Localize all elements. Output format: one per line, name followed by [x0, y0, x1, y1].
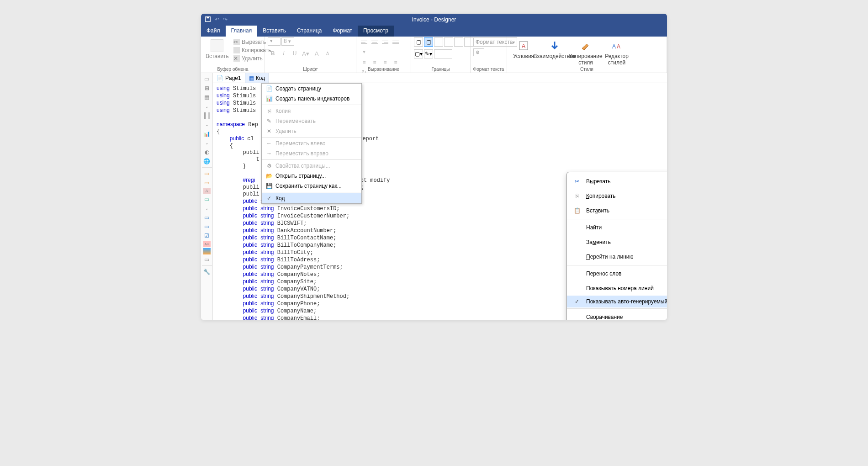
font-size-dropdown[interactable]: 8 ▾ [281, 37, 294, 46]
copy-icon [233, 47, 240, 53]
menu-delete: ✕Удалить [262, 126, 361, 136]
svg-text:A: A [612, 43, 616, 50]
toolbox-grad-icon[interactable] [203, 248, 211, 254]
ctx-wrap-label: Перенос слов [586, 270, 667, 277]
toolbox-band-icon[interactable]: ▭ [202, 75, 212, 83]
menu-code[interactable]: ✓Код [262, 193, 361, 203]
styles-group-label: Стили [507, 67, 667, 72]
align-left-button[interactable] [359, 37, 369, 47]
border-style-button[interactable] [434, 49, 452, 58]
redo-icon[interactable]: ↷ [223, 16, 228, 23]
border-all-button[interactable]: ▢ [414, 37, 423, 47]
conditions-icon: A [517, 39, 530, 52]
toolbox-gauge-icon[interactable]: ◐ [202, 148, 212, 156]
border-none-button[interactable]: ▢ [424, 37, 433, 47]
toolbox-separator [202, 167, 212, 168]
svg-text:A: A [522, 43, 525, 49]
save-icon[interactable] [205, 16, 211, 24]
brush-icon [579, 39, 592, 52]
tab-view[interactable]: Просмотр [358, 26, 394, 37]
font-shrink-button[interactable]: A [323, 48, 333, 58]
editor-tabs: 📄Page1 ▦Код [213, 73, 667, 83]
ctx-copy[interactable]: ⎘Копировать [567, 189, 667, 203]
toolbox-cross-icon[interactable]: ⊞ [202, 84, 212, 92]
tab-format[interactable]: Формат [327, 26, 358, 37]
tab-page[interactable]: Страница [291, 26, 327, 37]
ctx-show-auto[interactable]: ✓Показывать авто-генерируемый код [567, 296, 667, 307]
tab-context-menu: 📄Создать страницу 📊Создать панель индика… [261, 83, 362, 204]
copy-style-button[interactable]: Копирование стиля [572, 39, 599, 66]
paste-button[interactable]: Вставить [204, 37, 231, 61]
right-icon: → [265, 150, 273, 157]
menu-new-page[interactable]: 📄Создать страницу [262, 84, 361, 94]
toolbox-globe-icon[interactable]: 🌐 [202, 157, 212, 165]
valign-mid-button[interactable]: ≡ [370, 58, 380, 67]
editor-tab-page1[interactable]: 📄Page1 [213, 73, 245, 83]
toolbox-sub-icon[interactable]: A= [203, 241, 211, 247]
toolbox-tools-icon[interactable]: 🔧 [202, 268, 212, 276]
ctx-show-lines[interactable]: Показывать номера линий [567, 281, 667, 296]
toolbox-table-icon[interactable]: ▦ [202, 93, 212, 101]
ctx-goto-label: Перейти на линию [586, 254, 667, 260]
underline-button[interactable]: U [290, 48, 300, 58]
font-family-dropdown[interactable]: ▾ [268, 37, 281, 46]
menu-open-page[interactable]: 📂Открыть страницу... [262, 171, 361, 181]
menu-page-props: ⚙Свойства страницы... [262, 161, 361, 171]
line-spacing-button[interactable]: ≡ [391, 58, 401, 67]
ctx-wrap[interactable]: Перенос слов [567, 266, 667, 281]
align-justify-button[interactable] [391, 37, 401, 47]
ctx-copy-label: Копировать [586, 193, 667, 199]
valign-bot-button[interactable]: ≡ [380, 58, 390, 67]
props-icon: ⚙ [265, 162, 273, 169]
tab-insert[interactable]: Вставить [257, 26, 291, 37]
fill-color-button[interactable]: ▢▾ [414, 49, 423, 58]
border-top-button[interactable] [444, 37, 453, 47]
toolbox-empty-icon[interactable]: ▭ [202, 255, 212, 264]
border-color-button[interactable]: ✎▾ [424, 49, 433, 58]
toolbox-checkbox-icon[interactable]: ☑ [202, 232, 212, 240]
code-icon: ▦ [249, 75, 254, 81]
toolbox-image-icon[interactable]: ▭ [202, 195, 212, 203]
paste-icon: 📋 [572, 206, 582, 215]
undo-icon[interactable]: ↶ [215, 16, 219, 23]
interaction-button[interactable]: Взаимодействие [541, 39, 568, 59]
ctx-replace[interactable]: ЗаменитьCtrl+H [567, 235, 667, 249]
page-icon: 📄 [265, 85, 273, 92]
toolbox-panel-icon[interactable]: ▭ [202, 213, 212, 222]
toolbox-chevron-icon: ⌄ [202, 102, 212, 111]
editor-tab-code[interactable]: ▦Код [245, 73, 269, 83]
ctx-cut[interactable]: ✂Вырезать [567, 174, 667, 189]
text-format-sub-button[interactable]: ⚙ [473, 48, 484, 56]
border-right-button[interactable] [454, 37, 463, 47]
ctx-folding[interactable]: Сворачивание› [567, 310, 667, 320]
ctx-find[interactable]: Найти [567, 220, 667, 235]
toolbox-rect-icon[interactable]: ▭ [202, 169, 212, 178]
menu-new-dashboard[interactable]: 📊Создать панель индикаторов [262, 94, 361, 104]
toolbox-richtext-icon[interactable]: A [203, 188, 211, 194]
left-icon: ← [265, 140, 273, 147]
scissors-icon: ✂ [233, 39, 240, 45]
valign-top-button[interactable]: ≡ [359, 58, 369, 67]
bold-button[interactable]: B [268, 48, 278, 58]
ctx-paste[interactable]: 📋Вставить [567, 203, 667, 218]
align-extra-button[interactable]: ▾ [359, 47, 369, 56]
align-center-button[interactable] [370, 37, 380, 47]
border-left-button[interactable] [434, 37, 443, 47]
toolbox-barcode-icon[interactable]: ║║ [202, 111, 212, 120]
ctx-paste-label: Вставить [586, 207, 667, 214]
ctx-goto[interactable]: Перейти на линию [567, 249, 667, 264]
titlebar: ↶ ↷ Invoice - Designer [201, 14, 667, 26]
menu-save-page[interactable]: 💾Сохранить страницу как... [262, 181, 361, 191]
font-grow-button[interactable]: A [312, 48, 322, 58]
copy-icon: ⎘ [265, 107, 273, 115]
style-editor-button[interactable]: AA Редактор стилей [603, 39, 630, 66]
tab-file[interactable]: Файл [201, 26, 226, 37]
ctx-showauto-label: Показывать авто-генерируемый код [586, 298, 667, 305]
font-color-button[interactable]: A▾ [301, 48, 311, 58]
tab-home[interactable]: Главная [226, 26, 258, 37]
toolbox-lines-icon[interactable]: ▭ [202, 222, 212, 231]
align-right-button[interactable] [380, 37, 390, 47]
italic-button[interactable]: I [279, 48, 289, 58]
toolbox-chart-icon[interactable]: 📊 [202, 130, 212, 138]
toolbox-text-icon[interactable]: ▭ [202, 179, 212, 187]
